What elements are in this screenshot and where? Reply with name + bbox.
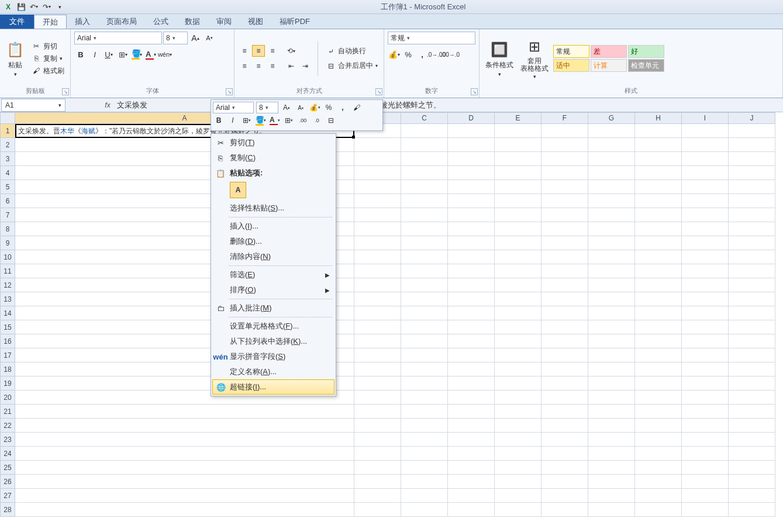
cell-B2[interactable] [354,138,401,152]
cell-H2[interactable] [635,138,682,152]
font-dialog-launcher[interactable]: ↘ [226,88,233,95]
cell-D23[interactable] [448,433,495,447]
align-bottom-icon[interactable]: ≡ [266,45,279,57]
cell-A23[interactable] [15,433,354,447]
cell-F23[interactable] [541,433,588,447]
cell-G27[interactable] [588,489,635,503]
cell-E8[interactable] [495,222,541,236]
mini-shrink-font-icon[interactable]: A▾ [295,102,306,113]
row-header-8[interactable]: 8 [0,222,15,236]
cell-F1[interactable] [541,124,588,138]
cell-G21[interactable] [588,405,635,419]
cell-C5[interactable] [401,180,448,194]
cell-E15[interactable] [495,320,541,334]
cell-D4[interactable] [448,166,495,180]
cell-F13[interactable] [541,292,588,306]
ctx-format-cells[interactable]: 设置单元格格式(F)... [212,319,334,334]
cell-J26[interactable] [729,475,775,489]
cell-G20[interactable] [588,391,635,405]
cell-J3[interactable] [729,152,775,166]
cell-H4[interactable] [635,166,682,180]
cell-H20[interactable] [635,391,682,405]
cell-H7[interactable] [635,208,682,222]
cell-I3[interactable] [682,152,729,166]
cell-H16[interactable] [635,334,682,348]
cell-E24[interactable] [495,447,541,461]
excel-icon[interactable]: X [2,1,14,13]
cell-E11[interactable] [495,264,541,278]
cell-I15[interactable] [682,320,729,334]
cell-I13[interactable] [682,292,729,306]
cell-F18[interactable] [541,362,588,376]
row-header-6[interactable]: 6 [0,194,15,208]
cell-F20[interactable] [541,391,588,405]
cell-B7[interactable] [354,208,401,222]
cell-F14[interactable] [541,306,588,320]
cell-I8[interactable] [682,222,729,236]
row-header-12[interactable]: 12 [0,278,15,292]
cell-E3[interactable] [495,152,541,166]
cell-H6[interactable] [635,194,682,208]
cell-F21[interactable] [541,405,588,419]
redo-icon[interactable]: ↷▾ [41,1,53,13]
cell-I28[interactable] [682,503,729,517]
cell-C16[interactable] [401,334,448,348]
tab-review[interactable]: 审阅 [208,15,240,29]
cell-G5[interactable] [588,180,635,194]
ctx-insert-comment[interactable]: 🗀插入批注(M) [212,300,334,316]
cell-E14[interactable] [495,306,541,320]
mini-accounting-icon[interactable]: 💰▾ [309,102,320,113]
cell-G19[interactable] [588,376,635,391]
grow-font-icon[interactable]: A▴ [189,32,202,44]
cell-C14[interactable] [401,306,448,320]
style-check[interactable]: 检查单元 [628,59,664,72]
col-header-H[interactable]: H [635,112,682,124]
cell-C20[interactable] [401,391,448,405]
font-size-combo[interactable]: 8▾ [163,32,188,44]
font-name-combo[interactable]: Arial▾ [74,32,162,44]
row-header-15[interactable]: 15 [0,320,15,334]
cell-H10[interactable] [635,250,682,264]
cell-I7[interactable] [682,208,729,222]
cell-B16[interactable] [354,334,401,348]
fx-icon[interactable]: fx [102,101,113,109]
tab-insert[interactable]: 插入 [67,15,98,29]
col-header-J[interactable]: J [729,112,775,124]
cell-F5[interactable] [541,180,588,194]
cell-D24[interactable] [448,447,495,461]
cell-E27[interactable] [495,489,541,503]
cell-E16[interactable] [495,334,541,348]
cell-H12[interactable] [635,278,682,292]
cell-G9[interactable] [588,236,635,250]
row-header-1[interactable]: 1 [0,124,15,138]
cell-C22[interactable] [401,419,448,433]
alignment-dialog-launcher[interactable]: ↘ [375,88,382,95]
cell-C2[interactable] [401,138,448,152]
cell-A24[interactable] [15,447,354,461]
style-normal[interactable]: 常规 [553,45,589,58]
mini-font-combo[interactable]: Arial▾ [213,102,254,113]
phonetic-button[interactable]: wén▾ [158,48,171,61]
cell-I20[interactable] [682,391,729,405]
col-header-F[interactable]: F [541,112,588,124]
cell-F8[interactable] [541,222,588,236]
format-painter-button[interactable]: 🖌格式刷 [29,65,67,77]
cell-H17[interactable] [635,348,682,362]
cell-I14[interactable] [682,306,729,320]
row-header-19[interactable]: 19 [0,376,15,391]
cell-E20[interactable] [495,391,541,405]
cell-H18[interactable] [635,362,682,376]
cell-E1[interactable] [495,124,541,138]
cell-F26[interactable] [541,475,588,489]
cell-E22[interactable] [495,419,541,433]
cell-F15[interactable] [541,320,588,334]
cell-J12[interactable] [729,278,775,292]
cell-J9[interactable] [729,236,775,250]
cell-H24[interactable] [635,447,682,461]
cell-H13[interactable] [635,292,682,306]
cell-H28[interactable] [635,503,682,517]
cell-H11[interactable] [635,264,682,278]
cell-H14[interactable] [635,306,682,320]
mini-grow-font-icon[interactable]: A▴ [281,102,292,113]
cell-J21[interactable] [729,405,775,419]
